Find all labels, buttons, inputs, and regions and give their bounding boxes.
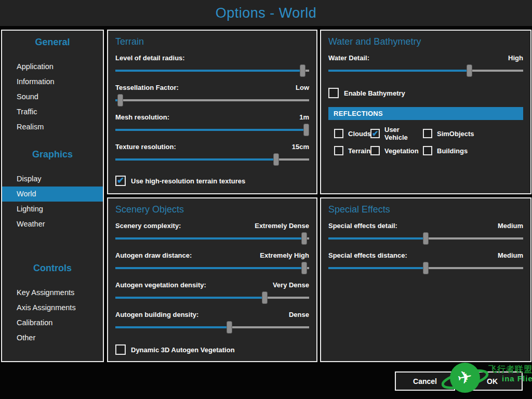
slider-value: Medium <box>498 222 523 230</box>
slider-row-water-detail: Water Detail: High <box>328 54 523 77</box>
slider-value: Extremely High <box>260 251 309 259</box>
slider-thumb[interactable] <box>273 153 279 166</box>
checkbox-label: Clouds <box>348 130 371 138</box>
sidebar-items-graphics: Display World Lighting Weather <box>2 171 103 232</box>
cancel-button[interactable]: Cancel <box>395 371 455 391</box>
slider-row-special-effects-detail: Special effects detail: Medium <box>328 222 523 245</box>
slider-row-autogen-vegetation-density: Autogen vegetation density: Very Dense <box>115 281 309 304</box>
reflections-options: ✔ Clouds ✔ User Vehicle ✔ SimObjects ✔ T… <box>328 126 523 155</box>
checkbox-terrain[interactable]: ✔ Terrain <box>334 146 370 155</box>
slider-thumb[interactable] <box>300 64 305 77</box>
checkbox-label: Dynamic 3D Autogen Vegetation <box>131 346 235 354</box>
checkbox-simobjects[interactable]: ✔ SimObjects <box>423 126 523 141</box>
sidebar-item-display[interactable]: Display <box>2 171 103 187</box>
window-title: Options - World <box>216 0 317 26</box>
sidebar-item-lighting[interactable]: Lighting <box>2 202 103 217</box>
sidebar-item-sound[interactable]: Sound <box>2 89 103 104</box>
slider-thumb[interactable] <box>303 124 309 136</box>
slider-label: Scenery complexity: <box>115 222 181 230</box>
slider-row-tessellation-factor: Tessellation Factor: Low <box>115 84 309 107</box>
slider-value: Very Dense <box>273 281 309 289</box>
slider-thumb[interactable] <box>117 94 123 107</box>
checkbox-use-high-resolution-terrain-textures[interactable]: ✔ Use high-resolution terrain textures <box>115 176 309 186</box>
checkbox-enable-bathymetry[interactable]: ✔ Enable Bathymetry <box>328 88 523 98</box>
checkbox-box[interactable]: ✔ <box>423 146 432 155</box>
slider-thumb[interactable] <box>423 262 429 274</box>
slider-fill <box>115 237 307 240</box>
slider-fill <box>115 70 305 72</box>
checkbox-box[interactable]: ✔ <box>334 129 343 138</box>
checkbox-label: SimObjects <box>437 130 474 138</box>
slider-thumb[interactable] <box>301 262 307 274</box>
autogen-draw-distance-slider[interactable] <box>115 262 309 274</box>
autogen-building-density-slider[interactable] <box>115 321 309 334</box>
sidebar-item-information[interactable]: Information <box>2 74 103 89</box>
checkbox-vegetation[interactable]: ✔ Vegetation <box>370 146 423 155</box>
water-panel-title: Water and Bathymetry <box>328 31 523 47</box>
checkbox-label: Use high-resolution terrain textures <box>131 177 245 185</box>
slider-fill <box>115 129 309 131</box>
slider-thumb[interactable] <box>262 291 268 304</box>
sidebar-item-realism[interactable]: Realism <box>2 119 103 135</box>
sidebar-item-axis-assignments[interactable]: Axis Assignments <box>2 300 103 315</box>
terrain-panel-title: Terrain <box>115 31 309 47</box>
slider-fill <box>115 326 230 328</box>
title-bar: Options - World <box>0 0 532 26</box>
checkbox-box[interactable]: ✔ <box>328 88 339 98</box>
checkbox-user-vehicle[interactable]: ✔ User Vehicle <box>370 126 423 141</box>
slider-value: 15cm <box>292 143 309 151</box>
mesh-resolution-slider[interactable] <box>115 124 309 136</box>
checkbox-box[interactable]: ✔ <box>115 176 126 186</box>
slider-track[interactable] <box>115 99 309 101</box>
scenery-objects-panel: Scenery Objects Scenery complexity: Extr… <box>107 197 317 362</box>
tessellation-factor-slider[interactable] <box>115 94 309 107</box>
sidebar-items-general: Application Information Sound Traffic Re… <box>2 59 103 135</box>
checkbox-buildings[interactable]: ✔ Buildings <box>423 146 523 155</box>
slider-value: Low <box>296 84 309 91</box>
slider-fill <box>328 237 426 240</box>
checkmark-icon: ✔ <box>117 175 124 186</box>
slider-label: Autogen building density: <box>115 311 198 318</box>
sidebar-item-weather[interactable]: Weather <box>2 217 103 232</box>
water-detail-slider[interactable] <box>328 64 523 77</box>
checkbox-clouds[interactable]: ✔ Clouds <box>334 126 370 141</box>
level-of-detail-radius-slider[interactable] <box>115 64 309 77</box>
checkbox-box[interactable]: ✔ <box>370 129 380 138</box>
special-effects-distance-slider[interactable] <box>328 262 523 274</box>
sidebar-item-world[interactable]: World <box>2 187 103 202</box>
special-effects-panel: Special Effects Special effects detail: … <box>320 197 531 362</box>
slider-thumb[interactable] <box>227 321 232 334</box>
slider-row-special-effects-distance: Special effects distance: Medium <box>328 251 523 274</box>
checkbox-dynamic-3d-autogen-vegetation[interactable]: ✔ Dynamic 3D Autogen Vegetation <box>115 344 309 355</box>
slider-fill <box>328 267 426 269</box>
slider-thumb[interactable] <box>423 232 429 245</box>
slider-value: 1m <box>299 113 309 121</box>
slider-thumb[interactable] <box>467 64 472 77</box>
slider-row-texture-resolution: Texture resolution: 15cm <box>115 143 309 166</box>
slider-label: Tessellation Factor: <box>115 84 179 91</box>
sidebar-item-traffic[interactable]: Traffic <box>2 104 103 119</box>
special-effects-detail-slider[interactable] <box>328 232 523 245</box>
sidebar-section-general: General <box>2 37 103 48</box>
slider-label: Water Detail: <box>328 54 369 62</box>
sidebar-item-other[interactable]: Other <box>2 330 103 345</box>
slider-label: Mesh resolution: <box>115 113 169 121</box>
checkbox-box[interactable]: ✔ <box>423 129 432 138</box>
sidebar-item-application[interactable]: Application <box>2 59 103 74</box>
slider-row-autogen-building-density: Autogen building density: Dense <box>115 311 309 334</box>
slider-label: Special effects distance: <box>328 251 407 259</box>
texture-resolution-slider[interactable] <box>115 153 309 166</box>
checkbox-box[interactable]: ✔ <box>334 146 343 155</box>
sidebar-item-calibration[interactable]: Calibration <box>2 315 103 330</box>
scenery-complexity-slider[interactable] <box>115 232 309 245</box>
ok-button[interactable]: OK <box>462 371 523 391</box>
sidebar: General Application Information Sound Tr… <box>1 30 104 362</box>
slider-thumb[interactable] <box>301 232 307 245</box>
checkbox-box[interactable]: ✔ <box>370 146 380 155</box>
checkbox-label: Buildings <box>437 147 468 155</box>
autogen-vegetation-density-slider[interactable] <box>115 291 309 304</box>
checkbox-box[interactable]: ✔ <box>115 344 126 355</box>
sidebar-item-key-assignments[interactable]: Key Assignments <box>2 285 103 300</box>
slider-label: Special effects detail: <box>328 222 397 230</box>
effects-panel-title: Special Effects <box>328 198 523 215</box>
